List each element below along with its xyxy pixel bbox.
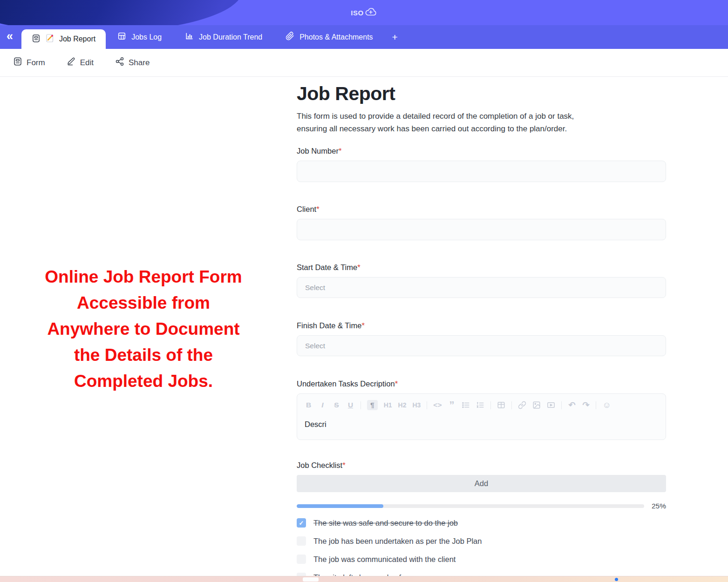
strikethrough-icon[interactable]: S: [333, 401, 340, 409]
progress-fill: [297, 504, 383, 508]
progress-track: [297, 504, 644, 508]
toolbar-divider: [596, 401, 596, 409]
bullet-list-icon[interactable]: [462, 401, 470, 409]
start-datetime-select[interactable]: Select: [297, 277, 666, 298]
rich-text-editor[interactable]: B I S U ¶ H1 H2 H3 <> ”: [297, 393, 666, 440]
job-number-input[interactable]: [297, 161, 666, 182]
heading3-icon[interactable]: H3: [412, 401, 421, 409]
tab-job-report[interactable]: Job Report: [21, 29, 106, 49]
ordered-list-icon[interactable]: [476, 401, 484, 409]
required-marker: *: [316, 205, 319, 213]
top-bar: ISO: [0, 0, 728, 25]
field-job-number: Job Number*: [297, 147, 666, 182]
annotation-text: Online Job Report Form Accessible from A…: [22, 264, 265, 394]
table-icon[interactable]: [497, 401, 505, 409]
client-input[interactable]: [297, 219, 666, 240]
code-icon[interactable]: <>: [433, 401, 442, 409]
required-marker: *: [339, 147, 341, 155]
doc-edit-icon: [45, 34, 54, 45]
required-marker: *: [395, 379, 398, 388]
tab-label: Photos & Attachments: [299, 33, 373, 41]
editor-toolbar: B I S U ¶ H1 H2 H3 <> ”: [305, 400, 658, 410]
progress-percent-label: 25%: [652, 502, 666, 510]
finish-datetime-select[interactable]: Select: [297, 335, 666, 356]
tab-jobs-log[interactable]: Jobs Log: [106, 25, 173, 49]
tab-label: Jobs Log: [131, 33, 162, 41]
annotation-line: Online Job Report Form: [22, 264, 265, 290]
checklist-add-button[interactable]: Add: [297, 475, 666, 492]
form-view-label: Form: [27, 58, 45, 68]
paragraph-icon[interactable]: ¶: [367, 400, 378, 410]
toolbar-divider: [361, 401, 361, 409]
share-button[interactable]: Share: [115, 57, 150, 68]
paperclip-icon: [286, 32, 294, 42]
field-label: Undertaken Tasks Decription*: [297, 379, 666, 390]
checklist-item-label: The site was safe and secure to do the j…: [313, 519, 458, 528]
tab-label: Job Duration Trend: [199, 33, 262, 41]
video-icon[interactable]: [547, 401, 555, 409]
checkbox[interactable]: ✓: [297, 555, 306, 564]
heading2-icon[interactable]: H2: [398, 401, 407, 409]
annotation-line: Completed Jobs.: [22, 368, 265, 394]
image-icon[interactable]: [532, 401, 541, 409]
undo-icon[interactable]: ↶: [568, 400, 576, 410]
edit-button[interactable]: Edit: [67, 57, 94, 68]
field-label: Start Date & Time*: [297, 263, 666, 273]
taskbar-item: [303, 577, 319, 582]
required-marker: *: [342, 461, 345, 469]
logo-text: ISO: [351, 9, 363, 17]
share-icon: [115, 57, 124, 68]
field-label: Job Checklist*: [297, 461, 666, 471]
collapse-sidebar-button[interactable]: «: [0, 29, 19, 45]
blockquote-icon[interactable]: ”: [448, 403, 456, 407]
field-label: Finish Date & Time*: [297, 321, 666, 332]
form-view-button[interactable]: Form: [13, 57, 45, 68]
checklist-items: ✓ The site was safe and secure to do the…: [297, 518, 666, 582]
cloud-plus-icon: [365, 7, 377, 19]
checkbox[interactable]: ✓: [297, 536, 306, 546]
add-tab-button[interactable]: +: [385, 25, 405, 49]
checklist-item: ✓ The job has been undertaken as per the…: [297, 536, 666, 546]
form-panel: Job Report This form is used to provide …: [297, 77, 666, 582]
tab-job-duration-trend[interactable]: Job Duration Trend: [173, 25, 274, 49]
taskbar-dot: [615, 578, 618, 581]
required-marker: *: [361, 321, 364, 330]
decorative-blob: [0, 0, 242, 25]
italic-icon[interactable]: I: [319, 401, 327, 409]
app-logo: ISO: [351, 7, 377, 19]
required-marker: *: [357, 263, 360, 271]
app-window: ISO «: [0, 0, 728, 582]
main-content: Online Job Report Form Accessible from A…: [0, 77, 728, 576]
editor-content[interactable]: Descri: [305, 420, 658, 429]
checkbox[interactable]: ✓: [297, 518, 306, 528]
toolbar-divider: [561, 401, 562, 409]
toolbar-divider: [427, 401, 427, 409]
field-label: Client*: [297, 205, 666, 215]
edit-label: Edit: [80, 58, 94, 68]
toolbar-divider: [511, 401, 512, 409]
annotation-line: Anywhere to Document: [22, 316, 265, 342]
redo-icon[interactable]: ↷: [582, 400, 590, 410]
underline-icon[interactable]: U: [347, 401, 354, 409]
field-finish-datetime: Finish Date & Time* Select: [297, 321, 666, 356]
share-label: Share: [129, 58, 150, 68]
link-icon[interactable]: [518, 401, 526, 409]
heading1-icon[interactable]: H1: [384, 401, 392, 409]
tab-photos-attachments[interactable]: Photos & Attachments: [274, 25, 384, 49]
emoji-icon[interactable]: ☺: [602, 400, 611, 410]
bar-chart-icon: [185, 32, 194, 42]
select-placeholder: Select: [305, 342, 325, 350]
pencil-icon: [67, 57, 76, 68]
form-doc-icon: [13, 57, 22, 68]
view-toolbar: Form Edit Share: [0, 49, 728, 77]
toolbar-divider: [490, 401, 491, 409]
field-start-datetime: Start Date & Time* Select: [297, 263, 666, 298]
field-client: Client*: [297, 205, 666, 240]
field-tasks-description: Undertaken Tasks Decription* B I S U ¶ H…: [297, 379, 666, 440]
checklist-progress: 25%: [297, 502, 666, 510]
field-label: Job Number*: [297, 147, 666, 157]
annotation-line: the Details of the: [22, 342, 265, 368]
checklist-item: ✓ The site was safe and secure to do the…: [297, 518, 666, 528]
bold-icon[interactable]: B: [305, 401, 313, 409]
annotation-line: Accessible from: [22, 290, 265, 316]
